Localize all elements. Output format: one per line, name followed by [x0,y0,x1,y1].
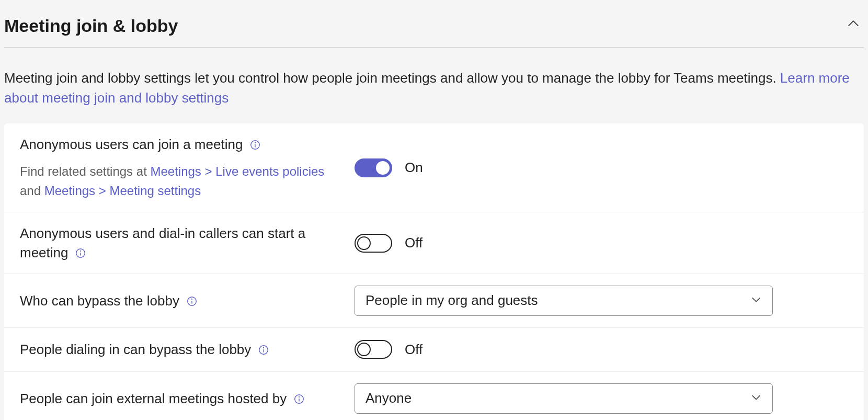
collapse-section-button[interactable] [843,14,864,38]
related-link-meeting-settings[interactable]: Meetings > Meeting settings [44,184,201,198]
chevron-down-icon [750,292,762,309]
chevron-up-icon [846,20,861,34]
setting-row-bypass-lobby: Who can bypass the lobby People in my or… [4,274,864,328]
setting-label: People dialing in can bypass the lobby [20,342,251,357]
setting-label: Anonymous users and dial-in callers can … [20,225,305,260]
toggle-anonymous-join[interactable]: On [355,158,423,177]
dropdown-bypass-lobby[interactable]: People in my org and guests [355,286,773,316]
toggle-knob [357,236,371,250]
toggle-state-label: On [405,160,423,176]
toggle-knob [376,161,390,175]
related-link-live-events[interactable]: Meetings > Live events policies [150,164,324,178]
setting-label: People can join external meetings hosted… [20,391,287,406]
svg-point-8 [191,299,192,299]
info-icon[interactable] [249,139,261,151]
related-prefix: Find related settings at [20,164,150,178]
info-icon[interactable] [75,247,86,259]
svg-point-11 [264,348,264,348]
toggle-track [355,340,392,359]
toggle-state-label: Off [405,235,422,251]
info-icon[interactable] [258,344,269,356]
setting-label: Who can bypass the lobby [20,293,179,309]
dropdown-external-hosted[interactable]: Anyone [355,383,773,414]
settings-card: Anonymous users can join a meeting Find … [4,123,864,420]
svg-point-14 [299,396,299,397]
related-settings-text: Find related settings at Meetings > Live… [20,162,344,200]
setting-row-anonymous-join: Anonymous users can join a meeting Find … [4,123,864,212]
svg-point-2 [255,143,256,143]
toggle-knob [357,343,371,356]
related-middle: and [20,184,44,198]
toggle-state-label: Off [405,342,422,358]
info-icon[interactable] [293,393,305,405]
toggle-dialin-bypass[interactable]: Off [355,340,422,359]
toggle-track [355,158,392,177]
section-description-text: Meeting join and lobby settings let you … [4,70,780,86]
chevron-down-icon [750,390,762,406]
section-header: Meeting join & lobby [4,4,864,48]
setting-row-external-hosted: People can join external meetings hosted… [4,372,864,420]
setting-label: Anonymous users can join a meeting [20,137,243,152]
section-description: Meeting join and lobby settings let you … [4,48,864,123]
dropdown-selected-value: Anyone [366,390,412,406]
info-icon[interactable] [186,296,198,307]
setting-row-dialin-bypass: People dialing in can bypass the lobby O… [4,328,864,372]
svg-point-5 [81,251,81,251]
toggle-track [355,234,392,253]
setting-row-anonymous-start: Anonymous users and dial-in callers can … [4,212,864,274]
dropdown-selected-value: People in my org and guests [366,292,538,309]
toggle-anonymous-start[interactable]: Off [355,234,422,253]
section-title: Meeting join & lobby [4,16,178,36]
